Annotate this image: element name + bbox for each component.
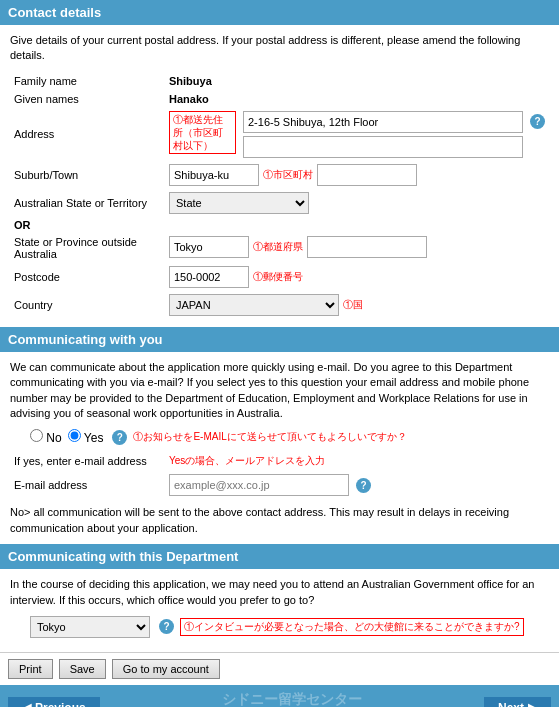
- postcode-annotation: ①郵便番号: [253, 270, 303, 284]
- nav-bar: ◀ Previous シドニー留学センターSydney Study Abroad…: [0, 685, 559, 707]
- address-label: Address: [10, 108, 165, 161]
- email-display-label: E-mail address: [10, 471, 165, 499]
- radio-no-label[interactable]: No: [30, 429, 62, 445]
- suburb-extra-input[interactable]: [317, 164, 417, 186]
- no-note: No> all communication will be sent to th…: [10, 505, 549, 536]
- previous-button[interactable]: ◀ Previous: [8, 697, 100, 707]
- next-button[interactable]: Next ▶: [484, 697, 551, 707]
- communicate-dept-header: Communicating with this Department: [0, 544, 559, 569]
- email-help-icon[interactable]: ?: [356, 478, 371, 493]
- suburb-input[interactable]: [169, 164, 259, 186]
- radio-help-icon[interactable]: ?: [112, 430, 127, 445]
- prev-arrow-icon: ◀: [22, 701, 31, 707]
- radio-yes-label[interactable]: Yes: [68, 429, 104, 445]
- next-arrow-icon: ▶: [528, 701, 537, 707]
- country-select[interactable]: JAPAN AUSTRALIA USA UK CHINA KOREA: [169, 294, 339, 316]
- aus-state-label: Australian State or Territory: [10, 189, 165, 217]
- office-annotation: ①インタビューが必要となった場合、どの大使館に来ることができますか?: [180, 618, 524, 636]
- communicate-header: Communicating with you: [0, 327, 559, 352]
- save-button[interactable]: Save: [59, 659, 106, 679]
- email-input[interactable]: [169, 474, 349, 496]
- address-line1-input[interactable]: [243, 111, 523, 133]
- bottom-buttons-bar: Print Save Go to my account: [0, 652, 559, 685]
- email-label: If yes, enter e-mail address: [10, 451, 165, 471]
- state-province-annotation: ①都道府県: [253, 240, 303, 254]
- postcode-label: Postcode: [10, 263, 165, 291]
- address-line2-input[interactable]: [243, 136, 523, 158]
- address-help-icon[interactable]: ?: [530, 114, 545, 129]
- address-annotation: ①都送先住所（市区町村以下）: [169, 111, 236, 154]
- radio-yes[interactable]: [68, 429, 81, 442]
- state-province-extra-input[interactable]: [307, 236, 427, 258]
- yes-annotation: Yesの場合、メールアドレスを入力: [169, 455, 325, 466]
- state-province-input[interactable]: [169, 236, 249, 258]
- aus-state-select[interactable]: State ACT NSW NT QLD SA TAS VIC WA: [169, 192, 309, 214]
- radio-annotation: ①お知らせをE-MAILにて送らせて頂いてもよろしいですか？: [133, 430, 406, 444]
- given-names-value: Hanako: [169, 93, 209, 105]
- communicate-body: We can communicate about the application…: [10, 360, 549, 422]
- family-name-label: Family name: [10, 72, 165, 90]
- postcode-input[interactable]: [169, 266, 249, 288]
- state-province-label: State or Province outside Australia: [10, 233, 165, 263]
- suburb-annotation: ①市区町村: [263, 168, 313, 182]
- given-names-label: Given names: [10, 90, 165, 108]
- country-annotation: ①国: [343, 298, 363, 312]
- suburb-label: Suburb/Town: [10, 161, 165, 189]
- country-label: Country: [10, 291, 165, 319]
- watermark: シドニー留学センターSydney Study Abroad Center: [100, 690, 484, 707]
- print-button[interactable]: Print: [8, 659, 53, 679]
- office-help-icon[interactable]: ?: [159, 619, 174, 634]
- communicate-dept-body: In the course of deciding this applicati…: [10, 577, 549, 608]
- office-select[interactable]: Tokyo Osaka Sapporo Nagoya Fukuoka: [30, 616, 150, 638]
- account-button[interactable]: Go to my account: [112, 659, 220, 679]
- or-label: OR: [10, 217, 549, 233]
- contact-intro: Give details of your current postal addr…: [10, 33, 549, 64]
- radio-no[interactable]: [30, 429, 43, 442]
- contact-header: Contact details: [0, 0, 559, 25]
- family-name-value: Shibuya: [169, 75, 212, 87]
